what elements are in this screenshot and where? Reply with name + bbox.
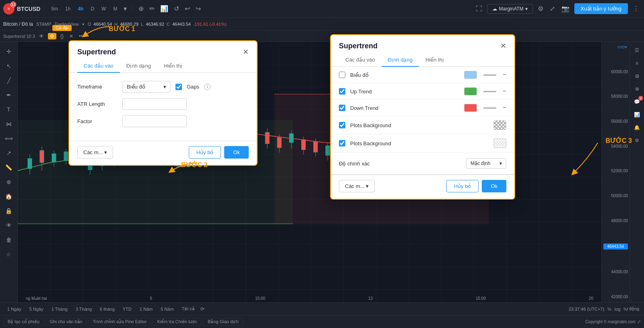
camera-icon[interactable]: 📷	[560, 3, 571, 14]
period-1d[interactable]: 1 Ngày	[5, 306, 24, 312]
dialog-large-ok-btn[interactable]: Ok	[482, 180, 506, 192]
eye-tool[interactable]: 👁	[2, 219, 15, 232]
indicator-more-button[interactable]: •••	[77, 33, 86, 40]
gaps-checkbox[interactable]	[175, 84, 182, 90]
replay-icon[interactable]: ↺	[172, 3, 181, 14]
tf-5m[interactable]: 5m	[49, 5, 60, 13]
up-trend-checkbox[interactable]	[339, 88, 345, 95]
down-trend-color-swatch[interactable]	[464, 104, 477, 112]
crosshair-tool[interactable]: ✛	[2, 45, 15, 58]
tf-d[interactable]: D	[88, 5, 97, 13]
period-icon[interactable]: ⟳	[200, 306, 204, 312]
line-tool[interactable]: ╱	[2, 74, 15, 87]
period-ytd[interactable]: YTD	[120, 306, 134, 312]
period-6m[interactable]: 6 tháng	[97, 306, 117, 312]
tab-hien-thi-small[interactable]: Hiển thị	[157, 60, 189, 73]
rt-icon-6[interactable]: 📊	[632, 109, 642, 120]
period-3m[interactable]: 3 Tháng	[73, 306, 94, 312]
indicator-settings-button[interactable]: ⚙	[48, 33, 56, 39]
tf-1h[interactable]: 1h	[63, 5, 73, 13]
pattern-tool[interactable]: ⋈	[2, 118, 15, 130]
plots-bg-2-checkbox[interactable]	[339, 140, 345, 146]
margin-atm-button[interactable]: ☁ MarginATM ▾	[487, 4, 533, 14]
timeframe-select[interactable]: Biểu đồ ▾	[122, 81, 171, 93]
fullscreen-icon[interactable]: ⛶	[474, 4, 484, 14]
footer-btn-3[interactable]: Kiểm tra Chiến lược	[153, 318, 202, 326]
footer-btn-0[interactable]: Bộ lọc cổ phiếu	[3, 318, 44, 326]
indicator-code-button[interactable]: {}	[59, 33, 65, 40]
trash-tool[interactable]: 🗑	[2, 233, 15, 246]
measure-tool[interactable]: ⟺	[2, 132, 15, 145]
undo-icon[interactable]: ↩	[183, 3, 192, 14]
lock-tool[interactable]: 🔒	[2, 204, 15, 217]
symbol-label[interactable]: BTCUSD	[17, 6, 40, 12]
add-indicator-icon[interactable]: ⊕	[137, 3, 145, 14]
bieu-do-checkbox[interactable]	[339, 72, 345, 78]
zoom-plus-tool[interactable]: ⊕	[2, 175, 15, 188]
tab-cac-dau-vao-large[interactable]: Các đầu vào	[339, 54, 382, 67]
tab-dinh-dang-large[interactable]: Định dạng	[382, 54, 419, 67]
tf-m[interactable]: M	[111, 5, 120, 13]
rt-icon-7[interactable]: 🔔	[632, 122, 642, 133]
plots-bg-1-checkbox[interactable]	[339, 122, 345, 128]
forecast-tool[interactable]: ↗	[2, 146, 15, 159]
tab-dinh-dang-small[interactable]: Định dạng	[120, 60, 157, 73]
expand-icon[interactable]: ⤢	[548, 3, 557, 14]
period-1m[interactable]: 1 Tháng	[49, 306, 70, 312]
rt-icon-3[interactable]: ⊞	[632, 71, 642, 81]
down-trend-checkbox[interactable]	[339, 105, 345, 111]
dialog-small-cancel-btn[interactable]: Hủy bỏ	[189, 146, 221, 159]
footer-btn-2[interactable]: Trình chỉnh sửa Pine Editor	[89, 318, 151, 326]
plots-bg-1-pattern-swatch[interactable]	[493, 120, 506, 130]
atr-input[interactable]: 10	[122, 98, 187, 110]
rt-icon-1[interactable]: ☰	[632, 45, 642, 56]
indicator-eye-button[interactable]: 👁	[37, 33, 45, 40]
factor-input[interactable]: 3	[122, 116, 187, 127]
dialog-small-more-btn[interactable]: Các m... ▾	[77, 146, 113, 159]
dialog-large-more-btn[interactable]: Các m... ▾	[339, 180, 375, 192]
tf-4h[interactable]: 4h	[75, 5, 86, 13]
star-tool[interactable]: ☆	[2, 248, 15, 261]
drawing-tools-icon[interactable]: ✏	[148, 3, 156, 14]
percent-label[interactable]: %	[607, 307, 611, 311]
rt-icon-2[interactable]: ≡	[632, 58, 642, 68]
down-trend-wavy-icon[interactable]: ~	[503, 104, 506, 111]
rt-icon-4[interactable]: ⊕	[632, 84, 642, 94]
period-5d[interactable]: 5 Ngày	[27, 306, 46, 312]
pen-tool[interactable]: ✒	[2, 89, 15, 101]
pointer-tool[interactable]: ↖	[2, 60, 15, 72]
up-trend-color-swatch[interactable]	[464, 87, 477, 95]
more-icon[interactable]: ⋮	[631, 3, 641, 14]
publish-button[interactable]: Xuất bản ý tưởng	[574, 3, 628, 14]
tab-cac-dau-vao[interactable]: Các đầu vào	[77, 60, 120, 73]
dialog-large-cancel-btn[interactable]: Hủy bỏ	[446, 180, 479, 192]
magnet-tool[interactable]: 🏠	[2, 190, 15, 203]
up-trend-wavy-icon[interactable]: ~	[503, 88, 506, 95]
tf-dropdown-icon[interactable]: ▾	[122, 3, 128, 14]
precision-select[interactable]: Mặc định ▾	[466, 158, 506, 169]
plots-bg-2-pattern-swatch[interactable]	[493, 138, 506, 148]
tab-hien-thi-large[interactable]: Hiển thị	[419, 54, 450, 67]
period-all[interactable]: Tất cả	[180, 305, 197, 312]
text-tool[interactable]: T	[2, 103, 15, 116]
footer-btn-4[interactable]: Bảng Giao dịch	[203, 318, 243, 326]
rt-icon-8[interactable]: ⚙	[632, 135, 642, 146]
tf-w[interactable]: W	[99, 5, 108, 13]
dialog-large-close[interactable]: ✕	[500, 41, 506, 50]
footer-expand-icon[interactable]: ⤢	[637, 319, 641, 324]
footer-btn-1[interactable]: Ghi chú văn bản	[45, 318, 87, 326]
chart-type-icon[interactable]: 📊	[159, 3, 170, 14]
redo-icon[interactable]: ↪	[194, 3, 202, 14]
settings-icon[interactable]: ⚙	[536, 3, 545, 14]
bieu-do-color-swatch[interactable]	[464, 71, 477, 79]
dialog-small-close[interactable]: ✕	[243, 47, 249, 56]
log-label[interactable]: log	[615, 307, 621, 311]
gaps-info-icon[interactable]: i	[204, 84, 211, 90]
rt-icon-5[interactable]: 💬 3	[632, 97, 642, 107]
ruler-tool[interactable]: 📏	[2, 161, 15, 174]
auto-label[interactable]: tự động	[624, 306, 639, 311]
period-1y[interactable]: 1 Năm	[137, 306, 155, 312]
indicator-close-button[interactable]: ✕	[68, 33, 75, 40]
period-5y[interactable]: 5 Năm	[158, 306, 176, 312]
bieu-do-wavy-icon[interactable]: ~	[503, 71, 506, 78]
